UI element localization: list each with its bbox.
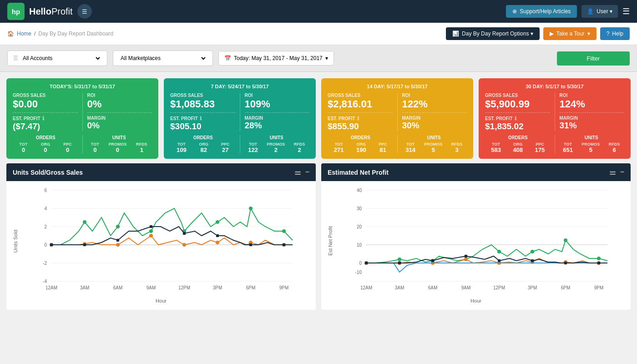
today-card-title: TODAY'S: 5/31/17 to 5/31/17 bbox=[13, 84, 152, 89]
marketplace-selector[interactable]: All Marketplaces bbox=[113, 51, 213, 66]
est-profit-y-label: Est Net Profit bbox=[328, 226, 333, 256]
date-range-label: Today: May 31, 2017 - May 31, 2017 bbox=[234, 55, 323, 61]
svg-point-24 bbox=[149, 229, 153, 233]
user-icon: 👤 bbox=[587, 8, 594, 15]
menu-toggle-button[interactable]: ☰ bbox=[77, 4, 92, 19]
today-margin-label: MARGIN bbox=[87, 116, 152, 121]
svg-rect-84 bbox=[431, 259, 434, 262]
svg-rect-38 bbox=[83, 243, 86, 246]
svg-point-73 bbox=[597, 257, 601, 260]
today-card: TODAY'S: 5/31/17 to 5/31/17 GROSS SALES … bbox=[6, 78, 158, 159]
user-menu-button[interactable]: 👤 User ▾ bbox=[581, 5, 618, 18]
svg-rect-42 bbox=[216, 234, 219, 237]
svg-text:12AM: 12AM bbox=[46, 285, 57, 290]
question-icon: ? bbox=[607, 30, 610, 37]
support-button[interactable]: ⊕ Support/Help Articles bbox=[506, 5, 577, 18]
14day-margin-value: 30% bbox=[402, 121, 467, 131]
14day-card: 14 DAY: 5/17/17 to 5/30/17 GROSS SALES $… bbox=[321, 78, 473, 159]
info-icon-30d: ℹ bbox=[515, 116, 516, 121]
svg-rect-41 bbox=[183, 232, 186, 235]
units-sold-chart-header: Units Sold/Gross Sales ⚌ − bbox=[6, 163, 316, 181]
today-units-title: UNITS bbox=[86, 135, 152, 140]
svg-text:9AM: 9AM bbox=[461, 285, 471, 290]
svg-text:0: 0 bbox=[359, 261, 362, 266]
est-profit-minimize-icon[interactable]: − bbox=[620, 168, 624, 177]
svg-text:12PM: 12PM bbox=[178, 285, 190, 290]
help-button[interactable]: ? Help bbox=[600, 27, 630, 40]
svg-rect-39 bbox=[116, 239, 119, 242]
info-icon-7d: ℹ bbox=[200, 116, 202, 121]
svg-rect-89 bbox=[597, 262, 600, 264]
svg-point-33 bbox=[182, 243, 186, 247]
filter-button[interactable]: Filter bbox=[557, 51, 630, 66]
date-dropdown-icon: ▾ bbox=[325, 55, 328, 61]
svg-point-31 bbox=[116, 243, 120, 247]
chart-controls: ⚌ − bbox=[294, 168, 309, 177]
today-roi-value: 0% bbox=[87, 99, 152, 110]
account-dropdown[interactable]: All Accounts bbox=[21, 55, 101, 62]
7day-card: 7 DAY: 5/24/17 to 5/30/17 GROSS SALES $1… bbox=[164, 78, 316, 159]
lines-icon: ☰ bbox=[622, 7, 630, 16]
today-org-o: 0 bbox=[41, 147, 51, 153]
breadcrumb: 🏠 Home / Day By Day Report Dashboard bbox=[7, 30, 113, 37]
logo-area: hp HelloProfit ☰ bbox=[7, 3, 92, 20]
svg-text:4: 4 bbox=[44, 206, 47, 211]
30day-gross-sales-value: $5,900.99 bbox=[485, 99, 550, 110]
14day-gross-sales-value: $2,816.01 bbox=[328, 99, 393, 110]
svg-text:3AM: 3AM bbox=[395, 285, 404, 290]
tour-dropdown-icon: ▾ bbox=[587, 30, 590, 37]
svg-text:9AM: 9AM bbox=[147, 285, 156, 290]
today-gross-sales-label: GROSS SALES bbox=[13, 93, 78, 98]
circle-plus-icon: ⊕ bbox=[512, 8, 517, 15]
date-range-picker[interactable]: 📅 Today: May 31, 2017 - May 31, 2017 ▾ bbox=[218, 51, 334, 66]
header-right: ⊕ Support/Help Articles 👤 User ▾ ☰ bbox=[506, 5, 630, 18]
svg-rect-83 bbox=[398, 262, 401, 264]
home-link[interactable]: Home bbox=[17, 30, 31, 37]
account-selector[interactable]: ☰ All Accounts bbox=[7, 51, 107, 66]
svg-rect-40 bbox=[150, 225, 152, 228]
calendar-icon: 📅 bbox=[224, 55, 231, 61]
units-sold-y-label: Units Sold bbox=[13, 230, 18, 253]
svg-text:6: 6 bbox=[44, 188, 47, 193]
svg-text:0: 0 bbox=[44, 243, 47, 248]
breadcrumb-actions: 📊 Day By Day Report Options ▾ ▶ Take a T… bbox=[446, 27, 630, 40]
today-roi-label: ROI bbox=[87, 93, 152, 98]
info-icon-14d: ℹ bbox=[357, 116, 359, 121]
est-profit-chart-body: Est Net Profit 40 30 20 10 bbox=[321, 181, 631, 310]
est-profit-chart-title: Estimated Net Profit bbox=[328, 169, 389, 176]
account-icon: ☰ bbox=[13, 55, 18, 61]
today-ppc-o: 0 bbox=[63, 147, 72, 153]
take-tour-button[interactable]: ▶ Take a Tour ▾ bbox=[543, 27, 597, 40]
units-sold-chart-panel: Units Sold/Gross Sales ⚌ − Units Sold bbox=[6, 163, 316, 310]
chart-settings-icon[interactable]: ⚌ bbox=[294, 168, 301, 177]
svg-rect-87 bbox=[531, 259, 534, 262]
hamburger-icon: ☰ bbox=[82, 8, 87, 15]
7day-margin-value: 28% bbox=[245, 121, 310, 131]
svg-text:3AM: 3AM bbox=[80, 285, 90, 290]
svg-rect-43 bbox=[249, 243, 252, 246]
svg-text:2: 2 bbox=[44, 224, 47, 229]
main-menu-button[interactable]: ☰ bbox=[622, 6, 630, 16]
7day-gross-sales-value: $1,085.83 bbox=[170, 99, 235, 110]
est-profit-settings-icon[interactable]: ⚌ bbox=[609, 168, 616, 177]
units-sold-chart-title: Units Sold/Gross Sales bbox=[13, 169, 83, 176]
today-orders-title: ORDERS bbox=[13, 135, 79, 140]
marketplace-dropdown[interactable]: All Marketplaces bbox=[119, 55, 207, 62]
options-button[interactable]: 📊 Day By Day Report Options ▾ bbox=[446, 27, 540, 40]
svg-rect-88 bbox=[564, 262, 567, 264]
logo-badge: hp bbox=[7, 3, 25, 20]
today-est-profit-value: ($7.47) bbox=[13, 121, 78, 131]
svg-text:3PM: 3PM bbox=[213, 285, 222, 290]
info-icon: ℹ bbox=[42, 116, 44, 121]
today-tot-o: 0 bbox=[20, 147, 28, 153]
est-profit-x-label: Hour bbox=[328, 298, 624, 303]
svg-text:6PM: 6PM bbox=[246, 285, 256, 290]
chart-icon: 📊 bbox=[452, 30, 459, 37]
today-promos-u: 0 bbox=[108, 147, 126, 153]
svg-text:30: 30 bbox=[357, 206, 362, 211]
7day-card-title: 7 DAY: 5/24/17 to 5/30/17 bbox=[170, 84, 309, 89]
est-profit-svg: 40 30 20 10 0 -10 12AM 3AM 6AM 9AM 12PM … bbox=[336, 186, 624, 295]
chart-minimize-icon[interactable]: − bbox=[305, 168, 309, 177]
units-sold-x-label: Hour bbox=[13, 298, 309, 303]
svg-rect-85 bbox=[465, 255, 467, 258]
